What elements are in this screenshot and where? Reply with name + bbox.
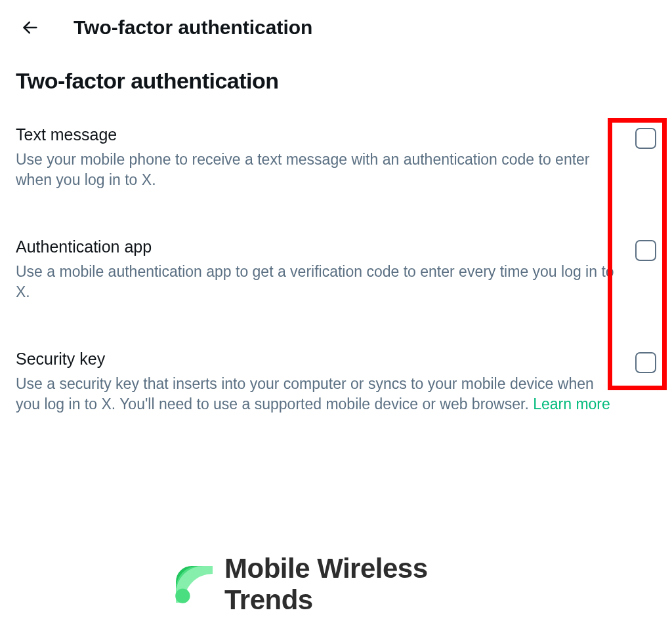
section-heading: Two-factor authentication	[16, 68, 656, 94]
option-description: Use a mobile authentication app to get a…	[16, 262, 622, 302]
option-description: Use a security key that inserts into you…	[16, 374, 622, 414]
option-description: Use your mobile phone to receive a text …	[16, 150, 622, 190]
back-button[interactable]	[16, 13, 45, 42]
option-text-container: Authentication app Use a mobile authenti…	[16, 237, 622, 302]
option-text-container: Security key Use a security key that ins…	[16, 350, 622, 414]
learn-more-link[interactable]: Learn more	[533, 395, 610, 413]
security-key-checkbox[interactable]	[635, 352, 656, 373]
arrow-left-icon	[21, 18, 39, 37]
option-title: Security key	[16, 350, 622, 369]
option-text-container: Text message Use your mobile phone to re…	[16, 125, 622, 190]
checkbox-wrapper	[635, 128, 656, 149]
wifi-icon	[168, 558, 220, 611]
page-header: Two-factor authentication	[0, 0, 672, 49]
checkbox-wrapper	[635, 352, 656, 373]
text-message-checkbox[interactable]	[635, 128, 656, 149]
option-title: Authentication app	[16, 237, 622, 256]
option-text-message: Text message Use your mobile phone to re…	[16, 125, 656, 190]
svg-point-1	[175, 588, 190, 603]
description-text: Use a security key that inserts into you…	[16, 375, 594, 413]
content-area: Two-factor authentication Text message U…	[0, 49, 672, 414]
checkbox-wrapper	[635, 240, 656, 261]
option-title: Text message	[16, 125, 622, 144]
footer-logo: Mobile Wireless Trends	[168, 553, 504, 616]
auth-app-checkbox[interactable]	[635, 240, 656, 261]
page-title: Two-factor authentication	[74, 16, 312, 39]
footer-brand-text: Mobile Wireless Trends	[224, 553, 504, 616]
option-authentication-app: Authentication app Use a mobile authenti…	[16, 237, 656, 302]
option-security-key: Security key Use a security key that ins…	[16, 350, 656, 414]
